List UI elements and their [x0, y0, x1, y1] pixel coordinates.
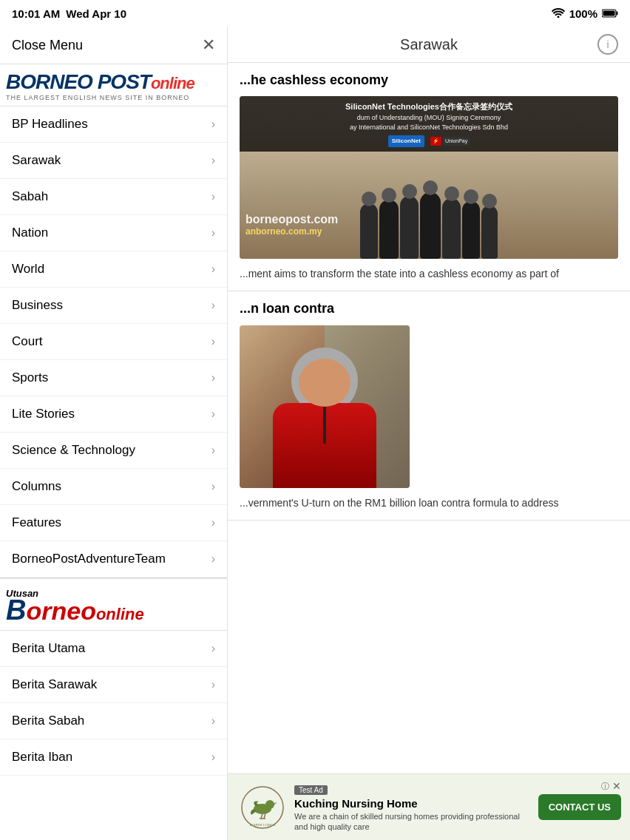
article-2-image [240, 325, 410, 488]
sidebar-item-label: BP Headlines [12, 117, 88, 132]
chevron-right-icon: › [211, 480, 215, 493]
sidebar-item-adventure-team[interactable]: BorneoPostAdventureTeam › [0, 541, 227, 578]
sidebar-item-label: Lite Stories [12, 407, 75, 421]
svg-rect-1 [617, 11, 618, 15]
article-2-title: ...n loan contra [240, 300, 618, 317]
sidebar-item-label: Sabah [12, 189, 48, 204]
chevron-right-icon: › [211, 444, 215, 457]
sidebar-item-label: Sarawak [12, 153, 61, 168]
ad-spacer [228, 521, 630, 595]
utusan-borneo-logo[interactable]: B orneo online [6, 596, 221, 624]
ad-text-area: Test Ad Kuching Nursing Home We are a ch… [288, 782, 538, 833]
svg-line-6 [261, 813, 262, 819]
sidebar-item-columns[interactable]: Columns › [0, 469, 227, 505]
ad-test-label: Test Ad [294, 785, 328, 795]
sidebar-item-features[interactable]: Features › [0, 505, 227, 541]
jasper-lodge-icon: JASPER LODGE [240, 785, 285, 830]
ad-logo: JASPER LODGE [237, 782, 288, 833]
borneo-rest-letters: orneo [26, 598, 95, 623]
chevron-right-icon: › [211, 552, 215, 566]
sidebar-item-label: Nation [12, 226, 48, 240]
chevron-right-icon: › [211, 407, 215, 421]
sidebar-item-sarawak[interactable]: Sarawak › [0, 143, 227, 179]
borneo-post-logo[interactable]: BORNEO POSTonline THE LARGEST ENGLISH NE… [6, 72, 221, 101]
close-menu-button[interactable]: Close Menu [12, 38, 83, 53]
sidebar-item-label: Berita Sabah [12, 714, 84, 728]
sidebar-item-label: Court [12, 334, 43, 349]
ad-close-area: ⓘ ✕ [601, 780, 621, 792]
sidebar-item-berita-utama[interactable]: Berita Utama › [0, 631, 227, 667]
time-display: 10:01 AM [12, 7, 60, 20]
sidebar-item-sports[interactable]: Sports › [0, 360, 227, 396]
sidebar-item-berita-iban[interactable]: Berita Iban › [0, 739, 227, 776]
sidebar-item-sabah[interactable]: Sabah › [0, 179, 227, 215]
svg-text:JASPER LODGE: JASPER LODGE [249, 823, 276, 827]
battery-percentage: 100% [569, 7, 597, 20]
sidebar-item-berita-sabah[interactable]: Berita Sabah › [0, 703, 227, 739]
info-button[interactable]: i [597, 34, 618, 55]
chevron-right-icon: › [211, 299, 215, 312]
svg-line-7 [264, 813, 265, 819]
article-card-1[interactable]: ...he cashless economy SiliconNet Techno… [228, 63, 630, 291]
date-display: Wed Apr 10 [66, 7, 126, 20]
chevron-right-icon: › [211, 751, 215, 764]
sidebar-item-world[interactable]: World › [0, 251, 227, 288]
article-1-title: ...he cashless economy [240, 72, 618, 89]
sidebar-item-court[interactable]: Court › [0, 324, 227, 360]
sidebar-item-label: World [12, 262, 44, 277]
battery-icon [602, 7, 618, 20]
mou-people-group [353, 152, 505, 260]
chevron-right-icon: › [211, 371, 215, 385]
mou-banner: SiliconNet Technologies合作备忘录签约仪式 dum of … [240, 96, 618, 152]
article-1-image: SiliconNet Technologies合作备忘录签约仪式 dum of … [240, 96, 618, 259]
svg-point-5 [265, 800, 274, 809]
status-bar-right: 100% [552, 7, 618, 20]
borneo-online-text: online [96, 606, 144, 623]
ad-banner: JASPER LODGE Test Ad Kuching Nursing Hom… [228, 773, 630, 840]
article-2-image-row [240, 325, 618, 488]
menu-items-list: BP Headlines › Sarawak › Sabah › Nation … [0, 106, 227, 578]
logo-container: BORNEO POSTonline THE LARGEST ENGLISH NE… [0, 64, 227, 106]
main-content-area: Sarawak i ...he cashless economy Silicon… [228, 27, 630, 840]
ad-close-icon-circle[interactable]: ⓘ [601, 781, 609, 792]
navigation-drawer: Close Menu ✕ BORNEO POSTonline THE LARGE… [0, 27, 228, 840]
sidebar-item-lite-stories[interactable]: Lite Stories › [0, 396, 227, 433]
sidebar-item-label: BorneoPostAdventureTeam [12, 552, 166, 566]
chevron-right-icon: › [211, 154, 215, 167]
ad-contact-button[interactable]: CONTACT US [538, 794, 621, 820]
wifi-icon [552, 7, 565, 20]
article-card-2[interactable]: ...n loan contra [228, 291, 630, 520]
chevron-right-icon: › [211, 262, 215, 276]
chevron-right-icon: › [211, 714, 215, 728]
article-1-excerpt: ...ment aims to transform the state into… [240, 266, 618, 282]
ad-description: We are a chain of skilled nursing homes … [294, 811, 532, 833]
app-container: Close Menu ✕ BORNEO POSTonline THE LARGE… [0, 27, 630, 840]
sidebar-item-business[interactable]: Business › [0, 288, 227, 324]
sidebar-item-label: Sports [12, 370, 48, 385]
sidebar-item-berita-sarawak[interactable]: Berita Sarawak › [0, 667, 227, 703]
chevron-right-icon: › [211, 678, 215, 691]
info-icon-symbol: i [606, 38, 609, 50]
chevron-right-icon: › [211, 190, 215, 203]
close-icon[interactable]: ✕ [202, 35, 215, 55]
sidebar-item-science-technology[interactable]: Science & Technology › [0, 433, 227, 469]
sidebar-item-label: Science & Technology [12, 443, 135, 458]
sidebar-item-bp-headlines[interactable]: BP Headlines › [0, 106, 227, 143]
sidebar-item-label: Columns [12, 479, 61, 494]
close-menu-label: Close Menu [12, 38, 83, 53]
logo-subtitle: THE LARGEST ENGLISH NEWS SITE IN BORNEO [6, 94, 221, 101]
sidebar-item-label: Berita Iban [12, 750, 72, 765]
chevron-right-icon: › [211, 642, 215, 655]
sidebar-item-nation[interactable]: Nation › [0, 215, 227, 251]
status-bar: 10:01 AM Wed Apr 10 100% [0, 0, 630, 27]
sidebar-item-label: Berita Utama [12, 641, 85, 656]
chevron-right-icon: › [211, 335, 215, 348]
utusan-menu-items-list: Berita Utama › Berita Sarawak › Berita S… [0, 631, 227, 776]
sidebar-item-label: Features [12, 515, 61, 530]
status-bar-left: 10:01 AM Wed Apr 10 [12, 7, 126, 20]
chevron-right-icon: › [211, 516, 215, 529]
page-title: Sarawak [260, 36, 597, 53]
drawer-header: Close Menu ✕ [0, 27, 227, 64]
borneo-b-letter: B [6, 596, 26, 624]
ad-close-button[interactable]: ✕ [612, 780, 621, 792]
